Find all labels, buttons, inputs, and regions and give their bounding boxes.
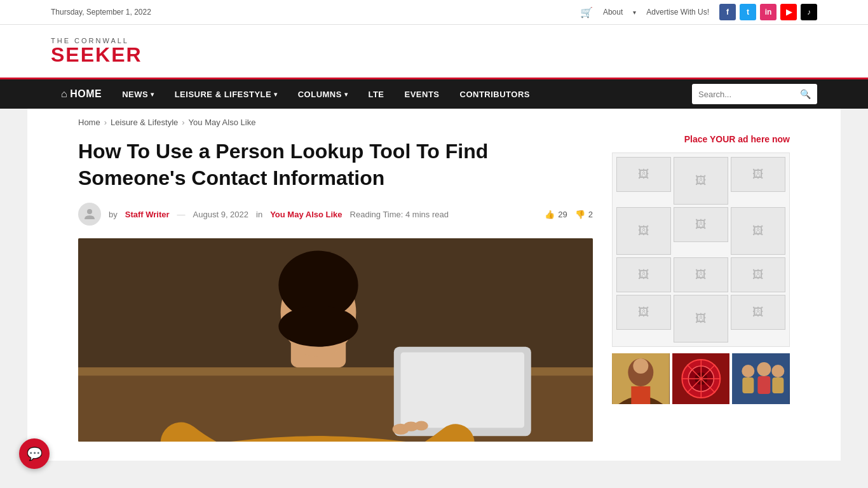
search-bar[interactable]: 🔍 (692, 84, 817, 104)
svg-point-10 (278, 306, 358, 347)
bottom-images (612, 353, 790, 404)
youtube-icon[interactable]: ▶ (780, 4, 797, 20)
ad-img-2: 🖼 (674, 157, 728, 205)
svg-point-0 (87, 209, 92, 214)
reading-time: Reading Time: 4 mins read (350, 210, 449, 219)
twitter-icon[interactable]: t (740, 4, 756, 20)
ad-img-1: 🖼 (616, 157, 671, 192)
instagram-icon[interactable]: in (760, 4, 776, 20)
facebook-icon[interactable]: f (719, 4, 736, 20)
logo-name: SEEKER (51, 44, 142, 65)
site-logo[interactable]: THE CORNWALL SEEKER (51, 37, 142, 65)
dislike-button[interactable]: 👎 2 (575, 210, 593, 219)
svg-point-22 (633, 358, 648, 374)
breadcrumb-home[interactable]: Home (78, 118, 100, 127)
chevron-icon: ▾ (633, 9, 636, 16)
article-image (78, 238, 593, 442)
advertise-link[interactable]: Advertise With Us! (646, 8, 709, 17)
sidebar: Place YOUR ad here now 🖼 🖼 🖼 🖼 🖼 🖼 🖼 🖼 🖼… (612, 133, 790, 442)
ad-placeholder-text[interactable]: Place YOUR ad here now (612, 133, 790, 146)
nav-home[interactable]: ⌂ HOME (51, 79, 112, 109)
ad-img-12: 🖼 (731, 295, 785, 330)
thumbs-up-icon: 👍 (545, 210, 555, 219)
by-label: by (109, 210, 118, 219)
ad-img-10: 🖼 (616, 295, 671, 330)
bottom-img-3[interactable] (732, 353, 790, 404)
meta-dash: — (177, 210, 186, 219)
category-tag[interactable]: You May Also Like (270, 210, 342, 219)
ad-img-8: 🖼 (674, 257, 728, 292)
main-layout: How To Use a Person Lookup Tool To Find … (78, 133, 790, 461)
nav-lte[interactable]: LTE (358, 81, 394, 108)
svg-point-34 (757, 362, 771, 376)
search-button[interactable]: 🔍 (794, 86, 817, 102)
svg-rect-21 (631, 386, 650, 404)
ad-grid: 🖼 🖼 🖼 🖼 🖼 🖼 🖼 🖼 🖼 🖼 🖼 🖼 (612, 152, 790, 347)
date-display: Thursday, September 1, 2022 (51, 8, 151, 17)
nav-leisure[interactable]: LEISURE & LIFESTYLE ▾ (165, 81, 288, 108)
article-date: August 9, 2022 (193, 210, 248, 219)
thumbs-down-icon: 👎 (575, 210, 585, 219)
article-title: How To Use a Person Lookup Tool To Find … (78, 139, 593, 191)
nav-columns[interactable]: COLUMNS ▾ (288, 81, 358, 108)
ad-img-6: 🖼 (731, 207, 785, 255)
news-chevron: ▾ (151, 91, 154, 98)
breadcrumb-leisure[interactable]: Leisure & Lifestyle (111, 118, 178, 127)
ad-img-7: 🖼 (616, 257, 671, 292)
social-icons: f t in ▶ ♪ (719, 4, 817, 20)
svg-rect-5 (401, 353, 524, 428)
svg-rect-37 (773, 377, 784, 393)
avatar (78, 203, 101, 226)
author-name[interactable]: Staff Writer (125, 210, 170, 219)
columns-chevron: ▾ (344, 91, 348, 98)
ad-img-3: 🖼 (731, 157, 785, 192)
in-label: in (256, 210, 262, 219)
top-bar: Thursday, September 1, 2022 🛒 About ▾ Ad… (0, 0, 868, 25)
leisure-chevron: ▾ (274, 91, 278, 98)
bottom-img-1[interactable] (612, 353, 670, 404)
content-wrapper: Home › Leisure & Lifestyle › You May Als… (27, 109, 841, 461)
ad-img-11: 🖼 (674, 295, 728, 342)
svg-rect-33 (743, 377, 754, 393)
nav-news[interactable]: NEWS ▾ (112, 81, 165, 108)
tiktok-icon[interactable]: ♪ (801, 4, 817, 20)
svg-point-36 (772, 365, 785, 377)
sep1: › (104, 118, 107, 127)
ad-img-9: 🖼 (731, 257, 785, 292)
nav-events[interactable]: EVENTS (395, 81, 450, 108)
chat-icon: 💬 (27, 446, 43, 461)
ad-img-4: 🖼 (616, 207, 671, 255)
svg-point-18 (414, 421, 428, 431)
about-link[interactable]: About (603, 8, 623, 17)
svg-point-32 (742, 365, 755, 377)
like-button[interactable]: 👍 29 (545, 210, 567, 219)
cart-icon[interactable]: 🛒 (580, 6, 593, 18)
nav-items: ⌂ HOME NEWS ▾ LEISURE & LIFESTYLE ▾ COLU… (51, 79, 540, 109)
svg-rect-35 (758, 376, 771, 394)
sep2: › (182, 118, 184, 127)
bottom-img-2[interactable] (672, 353, 730, 404)
article-meta: by Staff Writer — August 9, 2022 in You … (78, 203, 593, 226)
like-count: 29 (558, 210, 567, 219)
top-bar-right: 🛒 About ▾ Advertise With Us! f t in ▶ ♪ (580, 4, 817, 20)
breadcrumb: Home › Leisure & Lifestyle › You May Als… (78, 109, 790, 133)
dislike-count: 2 (588, 210, 593, 219)
vote-buttons: 👍 29 👎 2 (545, 210, 593, 219)
breadcrumb-current: You May Also Like (189, 118, 256, 127)
nav-contributors[interactable]: CONTRIBUTORS (450, 81, 540, 108)
ad-img-5: 🖼 (674, 207, 728, 242)
search-input[interactable] (692, 87, 794, 102)
article-area: How To Use a Person Lookup Tool To Find … (78, 133, 593, 442)
navbar: ⌂ HOME NEWS ▾ LEISURE & LIFESTYLE ▾ COLU… (0, 78, 868, 109)
site-header: THE CORNWALL SEEKER (0, 25, 868, 78)
